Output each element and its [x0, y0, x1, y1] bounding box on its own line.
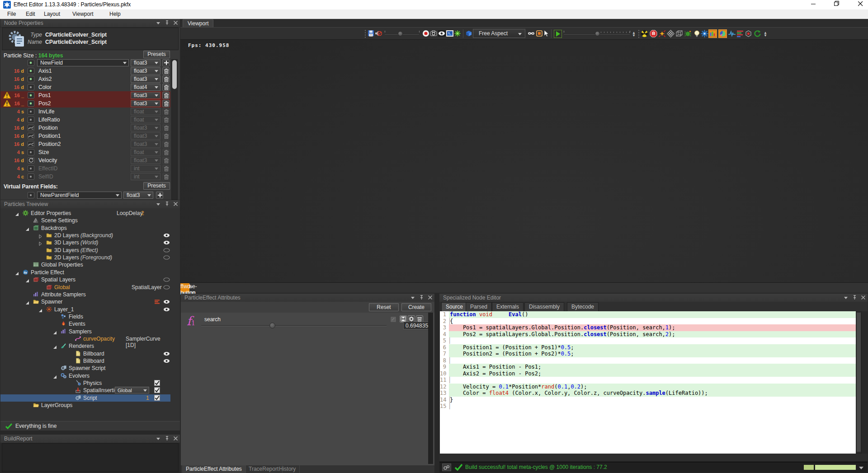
record-icon[interactable]	[422, 30, 430, 37]
editor-tab-parsed[interactable]: Parsed	[466, 302, 492, 311]
field-scope-icon-curve[interactable]	[28, 133, 34, 139]
virtual-field-type-combo[interactable]: float3	[123, 192, 153, 199]
tree-item-physics[interactable]: Physics	[0, 379, 170, 387]
visibility-off-icon[interactable]	[163, 248, 170, 253]
field-type-combo[interactable]: float3	[131, 67, 160, 75]
field-scope-icon[interactable]	[28, 192, 34, 198]
visibility-on-icon[interactable]	[163, 307, 170, 312]
grid-icon[interactable]	[667, 30, 675, 37]
code-scrollbar[interactable]	[856, 311, 862, 454]
delete-field-button[interactable]	[162, 149, 170, 156]
delete-field-button[interactable]	[162, 84, 170, 91]
field-type-combo[interactable]: float3	[131, 75, 160, 83]
pin-icon[interactable]	[165, 20, 170, 25]
enabled-checkbox[interactable]	[154, 395, 160, 401]
menu-layout[interactable]: Layout	[44, 10, 60, 18]
field-type-combo[interactable]: int	[131, 165, 160, 172]
delete-field-button[interactable]	[162, 100, 170, 107]
pulse-icon[interactable]	[728, 30, 736, 37]
dropdown-icon[interactable]	[156, 201, 161, 206]
mute-icon[interactable]	[375, 30, 382, 37]
status-dropdown-icon[interactable]	[859, 466, 864, 470]
visibility-on-icon[interactable]	[163, 299, 170, 304]
cursor-icon[interactable]	[542, 30, 550, 37]
delete-field-button[interactable]	[162, 108, 170, 115]
tree-item-combo[interactable]: Global	[115, 387, 149, 393]
tree-item-spatialinsertion[interactable]: SpatialInsertionGlobal	[0, 387, 170, 394]
restore-button[interactable]	[829, 0, 844, 9]
toolbar-grip[interactable]	[638, 29, 640, 38]
dropdown-icon[interactable]	[410, 295, 415, 300]
minimize-button[interactable]	[806, 0, 821, 9]
field-type-combo[interactable]: float4	[131, 84, 160, 91]
field-type-combo[interactable]: float3	[131, 100, 160, 107]
build-gear-icon[interactable]	[442, 464, 451, 471]
field-scope-icon-dot-gray[interactable]	[28, 108, 34, 115]
menu-edit[interactable]: Edit	[26, 10, 35, 18]
field-scope-icon-refresh[interactable]	[28, 157, 34, 164]
refresh-icon[interactable]	[754, 30, 761, 37]
virtual-field-name-combo[interactable]: NewParentField	[37, 192, 122, 199]
wirecube-icon[interactable]	[675, 30, 683, 37]
tree-item-script[interactable]: Script1	[0, 394, 170, 402]
field-scope-icon-dot-gray[interactable]	[28, 84, 34, 90]
save-icon[interactable]	[368, 30, 375, 37]
aspect-ratio-combo[interactable]: Free Aspect	[473, 29, 525, 38]
tree-item-spawner[interactable]: Spawner	[0, 298, 170, 305]
tree-item-scene-settings[interactable]: Scene Settings	[0, 217, 170, 224]
visibility-on-icon[interactable]	[163, 233, 170, 238]
tree-item-samplers[interactable]: Samplers	[0, 328, 170, 335]
delete-field-button[interactable]	[162, 132, 170, 140]
visibility-on-icon[interactable]	[163, 351, 170, 356]
presets-button[interactable]: Presets	[143, 51, 170, 58]
tree-item-curveopacity[interactable]: curveOpacitySamplerCurve [1D]	[0, 335, 170, 342]
virtual-presets-button[interactable]: Presets	[143, 182, 170, 190]
dropdown-icon[interactable]	[156, 20, 161, 25]
ffwd-button[interactable]: ffwd-button	[180, 283, 189, 292]
image-icon[interactable]	[446, 30, 454, 37]
camera-icon[interactable]	[430, 30, 438, 37]
tree-item-fields[interactable]: Fields	[0, 313, 170, 320]
viewport-tab[interactable]: Viewport	[183, 19, 213, 27]
toolbar-overflow-icon[interactable]: ▲▼	[632, 32, 636, 37]
tree-item-attribute-samplers[interactable]: Attribute Samplers	[0, 291, 170, 298]
close-icon[interactable]	[861, 295, 866, 300]
emitter-icon[interactable]	[658, 30, 666, 37]
editor-tab-externals[interactable]: Externals	[492, 302, 524, 311]
close-icon[interactable]	[173, 20, 178, 25]
fields-scrollbar[interactable]	[171, 59, 178, 200]
slider-handle[interactable]	[398, 31, 403, 36]
visibility-off-icon[interactable]	[163, 285, 170, 290]
tree-item-3d-layers[interactable]: 3D Layers (World)	[0, 239, 170, 246]
field-scope-icon-curve[interactable]	[28, 125, 34, 131]
field-type-combo[interactable]: float3	[131, 92, 160, 99]
pin-icon[interactable]	[165, 436, 170, 441]
play-icon[interactable]	[554, 30, 561, 37]
close-button[interactable]	[853, 0, 868, 9]
field-type-combo[interactable]: float3	[131, 124, 160, 131]
tree-item-spawner-script[interactable]: Spawner Script	[0, 365, 170, 372]
attribute-slider-track[interactable]	[201, 325, 387, 326]
tree-item-renderers[interactable]: Renderers	[0, 342, 170, 350]
piechart-icon[interactable]	[718, 29, 727, 38]
delete-field-button[interactable]	[162, 157, 170, 164]
tree-item-billboard[interactable]: Billboard	[0, 357, 170, 365]
editor-tab-disassembly[interactable]: Disassembly	[524, 302, 564, 311]
attributes-reset-button[interactable]: Reset	[369, 303, 399, 311]
field-type-combo[interactable]: float	[131, 149, 160, 156]
menu-help[interactable]: Help	[109, 10, 121, 18]
field-type-combo[interactable]: float	[131, 116, 160, 123]
attribute-slider-handle[interactable]	[269, 323, 275, 328]
barchart-icon[interactable]	[708, 29, 717, 38]
tree-item-2d-layers[interactable]: 2D Layers (Foreground)	[0, 254, 170, 261]
enabled-checkbox[interactable]	[154, 387, 160, 393]
pin-icon[interactable]	[419, 295, 424, 300]
tree-item-global[interactable]: GlobalSpatialLayer	[0, 284, 170, 291]
toolbar-overflow-icon[interactable]: ▲▼	[764, 32, 767, 37]
tree-item-editor-properties[interactable]: Editor PropertiesLoopDelay2	[0, 210, 170, 217]
layer-list-icon[interactable]	[736, 30, 744, 37]
cube-icon[interactable]	[465, 30, 473, 37]
infinity-icon[interactable]	[528, 30, 535, 37]
attribute-edit-icon[interactable]	[391, 317, 396, 322]
field-scope-icon-dot-gray[interactable]	[28, 173, 34, 180]
